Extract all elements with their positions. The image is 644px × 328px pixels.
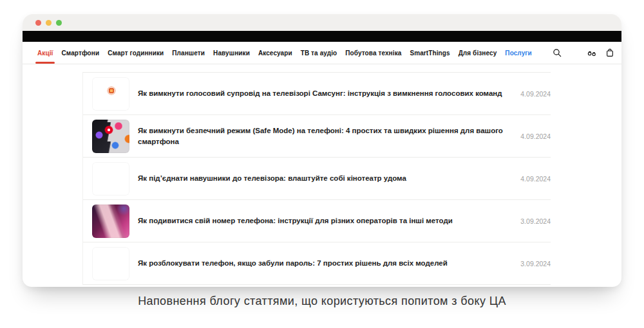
nav-item-posluhy[interactable]: Послуги (505, 42, 532, 63)
nav-item-pobutova-tekhnika[interactable]: Побутова техніка (345, 42, 401, 63)
nav-icons (552, 48, 615, 58)
nav-item-smart-godynnyky[interactable]: Смарт годинники (108, 42, 164, 63)
article-title[interactable]: Як подивитися свій номер телефона: інстр… (138, 215, 517, 226)
page: АкціїСмартфониСмарт годинникиПланшетиНав… (0, 0, 644, 328)
nav-item-smartthings[interactable]: SmartThings (410, 42, 450, 63)
nav-item-smartfony[interactable]: Смартфони (61, 42, 99, 63)
article-row[interactable]: Як подивитися свій номер телефона: інстр… (83, 200, 551, 242)
article-title[interactable]: Як розблокувати телефон, якщо забули пар… (138, 258, 517, 269)
article-thumbnail-tv-space[interactable] (92, 77, 129, 111)
article-thumbnail-tablet-lock[interactable] (92, 247, 129, 280)
nav-item-tv-ta-audio[interactable]: ТВ та аудіо (301, 42, 337, 63)
article-thumbnail-tv-menu[interactable] (92, 162, 129, 196)
article-date: 3.09.2024 (517, 217, 551, 225)
slide-caption: Наповнення блогу статтями, що користують… (0, 295, 644, 308)
article-thumbnail-phone-pink[interactable] (92, 205, 129, 238)
main-navigation: АкціїСмартфониСмарт годинникиПланшетиНав… (23, 42, 621, 64)
maximize-button[interactable] (56, 20, 62, 26)
search-icon[interactable] (552, 48, 562, 58)
article-row[interactable]: Як вимкнути голосовий супровід на телеві… (83, 73, 551, 115)
nav-items: АкціїСмартфониСмарт годинникиПланшетиНав… (37, 42, 532, 63)
article-date: 4.09.2024 (517, 175, 551, 183)
browser-window: АкціїСмартфониСмарт годинникиПланшетиНав… (23, 14, 621, 287)
nav-item-navushnyky[interactable]: Навушники (213, 42, 250, 63)
compare-icon[interactable] (587, 48, 597, 58)
black-banner (23, 31, 621, 42)
nav-item-akcii[interactable]: Акції (37, 42, 53, 63)
cart-icon[interactable] (605, 48, 615, 58)
article-row[interactable]: Як вимкнути безпечний режим (Safe Mode) … (83, 115, 551, 158)
window-titlebar (23, 14, 621, 31)
article-thumbnail-apps[interactable] (92, 120, 129, 153)
minimize-button[interactable] (46, 20, 52, 26)
nav-item-planshety[interactable]: Планшети (172, 42, 205, 63)
article-row[interactable]: Як під’єднати навушники до телевізора: в… (83, 158, 551, 200)
article-row[interactable]: Як розблокувати телефон, якщо забули пар… (83, 242, 551, 285)
article-date: 4.09.2024 (517, 132, 551, 140)
article-date: 4.09.2024 (517, 90, 551, 98)
article-title[interactable]: Як вимкнути безпечний режим (Safe Mode) … (138, 125, 517, 147)
nav-item-dlia-biznesu[interactable]: Для бізнесу (459, 42, 497, 63)
article-list: Як вимкнути голосовий супровід на телеві… (82, 72, 551, 285)
article-date: 3.09.2024 (517, 260, 551, 268)
article-title[interactable]: Як вимкнути голосовий супровід на телеві… (138, 88, 517, 99)
nav-item-aksesuary[interactable]: Аксесуари (258, 42, 292, 63)
article-title[interactable]: Як під’єднати навушники до телевізора: в… (138, 173, 517, 184)
close-button[interactable] (35, 20, 41, 26)
